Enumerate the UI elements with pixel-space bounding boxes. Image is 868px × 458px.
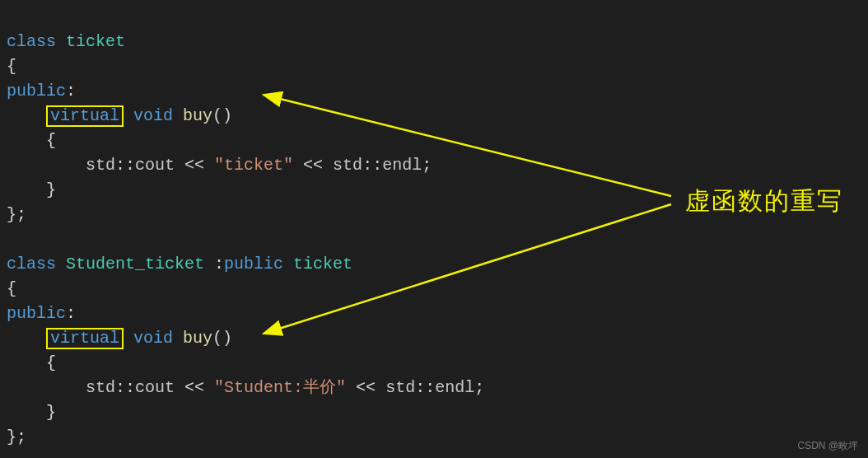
brace: { [7,57,16,76]
annotation-label: 虚函数的重写 [685,185,843,218]
function-buy: buy [183,106,212,125]
keyword-void: void [133,106,173,125]
string-literal: "Student:半价" [214,378,346,397]
function-buy: buy [183,329,212,348]
keyword-public: public [7,304,66,323]
virtual-highlight-box: virtual [46,105,124,127]
class-name-student: Student_ticket [66,255,204,273]
keyword-public: public [7,82,66,100]
watermark: CSDN @畋坪 [797,439,858,453]
keyword-class: class [7,255,56,273]
string-literal: "ticket" [214,156,293,175]
keyword-public-inh: public [224,255,283,273]
code-block: class ticket { public: virtual void buy(… [0,0,868,450]
class-name-ticket: ticket [66,32,125,51]
base-class-name: ticket [293,255,352,273]
virtual-highlight-box: virtual [46,328,124,349]
keyword-void: void [133,329,173,348]
keyword-class: class [7,32,56,51]
